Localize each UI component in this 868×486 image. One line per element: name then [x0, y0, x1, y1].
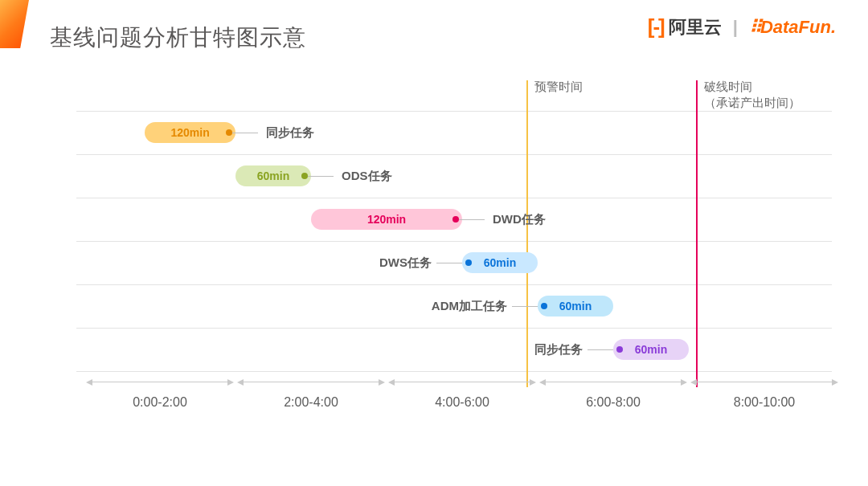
brand-logos: [-] 阿里云 | ⠿DataFun. [648, 14, 836, 39]
task-bar: 60min [538, 296, 613, 317]
task-lane: 60minADM加工任务 [76, 284, 832, 328]
task-anchor-dot [301, 173, 308, 179]
axis-segment [92, 382, 227, 382]
aliyun-logo: [-] 阿里云 [648, 14, 722, 39]
task-anchor-dot [452, 216, 459, 223]
task-lane: 120min同步任务 [76, 111, 832, 154]
task-connector [232, 133, 258, 133]
axis-tick-label: 2:00-4:00 [235, 395, 387, 410]
task-bar: 60min [462, 252, 538, 273]
task-label: 同步任务 [266, 111, 314, 154]
task-duration: 120min [367, 213, 406, 226]
task-anchor-dot [465, 259, 472, 266]
task-duration: 60min [257, 169, 289, 182]
task-anchor-dot [226, 129, 232, 136]
aliyun-text: 阿里云 [669, 15, 722, 39]
axis-tick-label: 0:00-2:00 [84, 395, 236, 410]
task-bar: 120min [311, 209, 462, 230]
task-bar: 120min [145, 122, 235, 143]
task-bar: 60min [235, 165, 311, 186]
task-label: DWS任务 [343, 241, 432, 284]
task-label: ODS任务 [342, 154, 392, 198]
task-connector [588, 349, 613, 350]
axis-tick-label: 6:00-8:00 [537, 395, 690, 410]
task-lane: 60minDWS任务 [76, 241, 832, 284]
task-bar: 60min [613, 339, 689, 360]
corner-ornament [0, 0, 29, 48]
axis-segment [395, 382, 530, 382]
warning-time-label: 预警时间 [534, 79, 583, 95]
task-duration: 120min [170, 126, 209, 139]
datafun-logo: ⠿DataFun. [749, 17, 836, 38]
task-connector [459, 219, 485, 220]
axis-segment [697, 382, 832, 382]
row-grid [76, 371, 832, 372]
break-time-label: 破线时间（承诺产出时间） [704, 79, 800, 112]
axis-segment [546, 382, 681, 382]
task-connector [308, 176, 334, 177]
task-connector [512, 306, 538, 307]
task-duration: 60min [635, 343, 667, 356]
task-label: DWD任务 [493, 198, 546, 241]
task-connector [436, 263, 462, 263]
task-lane: 120minDWD任务 [76, 198, 832, 241]
page-title: 基线问题分析甘特图示意 [50, 22, 306, 53]
gantt-chart: 预警时间 破线时间（承诺产出时间） 120min同步任务 60minODS任务 … [68, 80, 832, 426]
datafun-dots-icon: ⠿ [749, 17, 760, 38]
aliyun-bracket-icon: [-] [648, 14, 664, 39]
task-lane: 60minODS任务 [76, 154, 832, 198]
axis-tick-label: 4:00-6:00 [386, 395, 538, 410]
axis-tick-label: 8:00-10:00 [688, 395, 841, 410]
x-axis: 0:00-2:002:00-4:004:00-6:006:00-8:008:00… [76, 376, 832, 420]
task-duration: 60min [484, 256, 516, 269]
task-label: 同步任务 [494, 328, 583, 371]
task-anchor-dot [616, 346, 623, 353]
task-label: ADM加工任务 [419, 284, 507, 328]
task-anchor-dot [541, 303, 547, 309]
axis-segment [244, 382, 379, 382]
brand-divider: | [730, 17, 741, 38]
task-duration: 60min [559, 300, 592, 312]
plot-area: 预警时间 破线时间（承诺产出时间） 120min同步任务 60minODS任务 … [76, 80, 832, 378]
task-lane: 60min同步任务 [76, 328, 832, 371]
